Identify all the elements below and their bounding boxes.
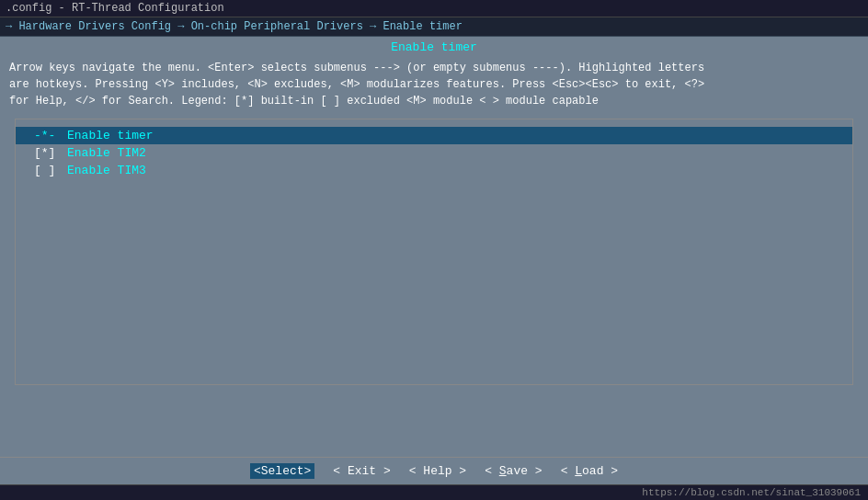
menu-item-label: Enable timer <box>67 129 154 142</box>
status-url: https://blog.csdn.net/sinat_31039061 <box>642 487 861 498</box>
menu-item-label: Enable TIM3 <box>67 164 146 177</box>
status-bar: https://blog.csdn.net/sinat_31039061 <box>0 484 868 500</box>
help-text: Arrow keys navigate the menu. <Enter> se… <box>0 56 868 115</box>
title-bar: .config - RT-Thread Configuration <box>0 0 868 17</box>
page-title: Enable timer <box>0 37 868 56</box>
menu-item-enable-tim3[interactable]: [ ]Enable TIM3 <box>16 162 852 179</box>
title-text: .config - RT-Thread Configuration <box>6 2 224 15</box>
main-content: Enable timer Arrow keys navigate the men… <box>0 37 868 484</box>
help-button[interactable]: < Help > <box>409 464 466 478</box>
help-line-1: Arrow keys navigate the menu. <Enter> se… <box>9 60 859 76</box>
button-bar: <Select>< Exit >< Help >< Save >< Load > <box>0 457 868 484</box>
help-line-2: are hotkeys. Pressing <Y> includes, <N> … <box>9 76 859 93</box>
menu-item-enable-timer[interactable]: -*-Enable timer <box>16 127 852 144</box>
breadcrumb: → Hardware Drivers Config → On-chip Peri… <box>6 20 463 33</box>
save-button[interactable]: < Save > <box>485 464 542 478</box>
menu-box: -*-Enable timer[*]Enable TIM2[ ]Enable T… <box>15 119 853 385</box>
load-button[interactable]: < Load > <box>561 464 618 478</box>
menu-item-enable-tim2[interactable]: [*]Enable TIM2 <box>16 144 852 162</box>
breadcrumb-bar: → Hardware Drivers Config → On-chip Peri… <box>0 17 868 37</box>
exit-button[interactable]: < Exit > <box>333 464 390 478</box>
help-line-3: for Help, </> for Search. Legend: [*] bu… <box>9 93 859 109</box>
menu-item-marker: -*- <box>34 129 62 142</box>
select-button[interactable]: <Select> <box>250 463 314 479</box>
menu-item-marker: [ ] <box>34 164 62 177</box>
menu-item-marker: [*] <box>34 146 62 160</box>
menu-item-label: Enable TIM2 <box>67 146 146 160</box>
